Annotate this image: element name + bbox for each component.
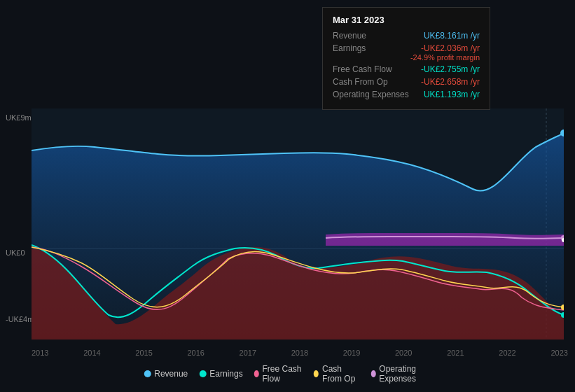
tooltip-value-fcf: -UK£2.755m /yr [421,64,480,74]
chart-svg [32,108,564,340]
tooltip-row-earnings: Earnings -UK£2.036m /yr -24.9% profit ma… [333,43,480,62]
legend-item-fcf[interactable]: Free Cash Flow [254,364,303,384]
legend-dot-fcf [254,370,259,377]
tooltip-label-earnings: Earnings [333,43,366,53]
tooltip-label-fcf: Free Cash Flow [333,64,392,74]
tooltip-title: Mar 31 2023 [333,15,480,25]
legend-label-fcf: Free Cash Flow [262,364,303,384]
x-label-2019: 2019 [343,349,360,357]
legend-item-revenue[interactable]: Revenue [144,369,188,379]
tooltip-label-revenue: Revenue [333,31,366,41]
legend-dot-opex [370,370,375,377]
legend-item-earnings[interactable]: Earnings [199,369,242,379]
tooltip: Mar 31 2023 Revenue UK£8.161m /yr Earnin… [322,7,490,110]
x-label-2022: 2022 [499,349,515,357]
tooltip-label-opex: Operating Expenses [333,90,409,99]
x-label-2013: 2013 [32,349,48,357]
x-label-2020: 2020 [395,349,412,357]
legend-label-earnings: Earnings [209,369,242,379]
tooltip-row-opex: Operating Expenses UK£1.193m /yr [333,90,480,99]
x-label-2021: 2021 [447,349,464,357]
x-label-2023: 2023 [550,349,567,357]
legend-item-opex[interactable]: Operating Expenses [370,364,431,384]
x-label-2015: 2015 [135,349,152,357]
x-label-2016: 2016 [187,349,204,357]
tooltip-row-revenue: Revenue UK£8.161m /yr [333,31,480,41]
y-label-mid: UK£0 [6,248,25,257]
legend-dot-cfo [314,370,319,377]
legend-label-revenue: Revenue [154,369,188,379]
tooltip-row-fcf: Free Cash Flow -UK£2.755m /yr [333,64,480,74]
legend-dot-earnings [199,370,206,377]
tooltip-row-cfo: Cash From Op -UK£2.658m /yr [333,77,480,87]
legend-dot-revenue [144,370,151,377]
tooltip-value-earnings: -UK£2.036m /yr -24.9% profit margin [410,43,480,62]
tooltip-value-cfo: -UK£2.658m /yr [421,77,480,87]
legend: Revenue Earnings Free Cash Flow Cash Fro… [144,364,431,384]
legend-item-cfo[interactable]: Cash From Op [314,364,359,384]
x-label-2017: 2017 [240,349,256,357]
x-axis-labels: 2013 2014 2015 2016 2017 2018 2019 2020 … [32,349,568,357]
x-label-2014: 2014 [83,349,100,357]
y-label-bot: -UK£4m [6,315,34,323]
y-label-top: UK£9m [6,113,32,122]
tooltip-value-revenue: UK£8.161m /yr [424,31,480,41]
chart-container: Mar 31 2023 Revenue UK£8.161m /yr Earnin… [0,0,575,392]
legend-label-opex: Operating Expenses [379,364,431,384]
tooltip-value-opex: UK£1.193m /yr [424,90,480,99]
x-label-2018: 2018 [291,349,308,357]
tooltip-label-cfo: Cash From Op [333,77,388,87]
legend-label-cfo: Cash From Op [322,364,360,384]
